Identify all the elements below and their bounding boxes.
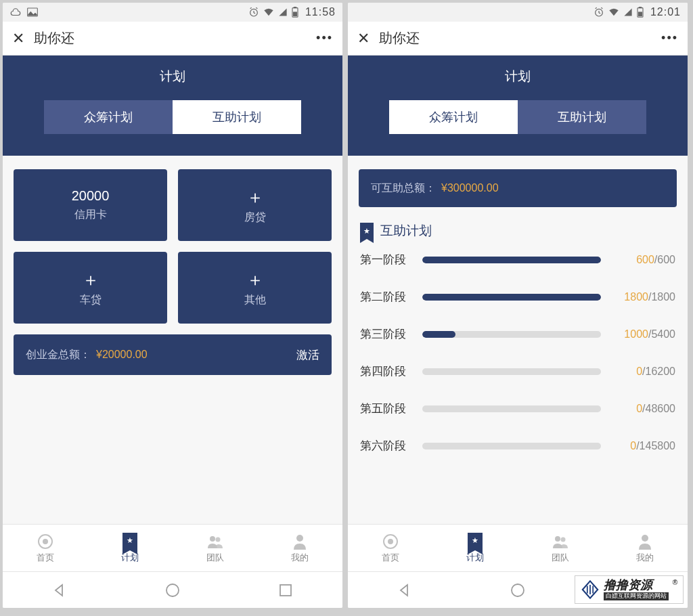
back-icon[interactable] [397,582,413,598]
alarm-icon [594,7,604,18]
nav-label: 我的 [291,552,309,564]
header-title: 计划 [505,68,531,85]
close-icon[interactable]: ✕ [12,30,24,47]
status-time: 11:58 [305,6,336,18]
stage-row: 第四阶段0/16200 [359,364,677,379]
phone-left: 11:58 ✕ 助你还 ••• 计划 众筹计划 互助计划 20000 信用卡 ＋… [3,3,342,608]
summary-label: 创业金总额： [26,348,91,362]
card-car[interactable]: ＋ 车贷 [14,252,167,324]
alarm-icon [248,7,259,18]
stage-value: 0/145800 [610,440,675,452]
stage-value: 1800/1800 [610,291,675,303]
status-bar: 12:01 [348,3,688,22]
nav-label: 团队 [206,552,224,564]
battery-icon [637,7,644,18]
more-icon[interactable]: ••• [661,31,678,45]
card-credit[interactable]: 20000 信用卡 [14,169,167,241]
nav-home[interactable]: 首页 [3,525,88,571]
stage-label: 第五阶段 [360,401,413,416]
app-title: 助你还 [34,29,74,47]
nav-team[interactable]: 团队 [173,525,258,571]
nav-label: 团队 [552,552,569,564]
flag-icon: ★ [466,533,484,550]
phone-right: 12:01 ✕ 助你还 ••• 计划 众筹计划 互助计划 可互助总额： ¥300… [348,3,688,608]
nav-plan[interactable]: ★ 计划 [433,525,518,571]
status-right: 12:01 [594,6,681,18]
status-time: 12:01 [650,6,681,18]
tab-mutual[interactable]: 互助计划 [173,100,301,134]
more-icon[interactable]: ••• [316,31,333,45]
svg-point-18 [555,536,560,542]
tab-mutual[interactable]: 互助计划 [518,100,646,134]
wifi-icon [263,7,274,17]
info-value: ¥300000.00 [441,182,499,194]
svg-rect-3 [294,7,296,8]
watermark: 撸撸资源 白嫖互联网资源的网站 ® [575,575,684,604]
nav-plan[interactable]: ★ 计划 [88,525,173,571]
home-icon[interactable] [510,582,526,598]
card-label: 车贷 [80,293,102,307]
svg-point-17 [388,539,393,544]
nav-mine[interactable]: 我的 [603,525,688,571]
nav-label: 首页 [37,552,54,564]
tab-header: 计划 众筹计划 互助计划 [348,56,688,156]
bottom-nav: 首页 ★ 计划 团队 我的 [348,524,688,571]
stage-label: 第三阶段 [360,326,413,342]
battery-icon [292,7,298,18]
nav-label: 首页 [382,552,399,564]
system-nav [3,571,342,608]
home-icon[interactable] [164,582,181,598]
section-header: ★ 互助计划 [360,222,675,240]
stage-label: 第四阶段 [360,364,413,379]
stage-row: 第五阶段0/48600 [359,401,677,416]
svg-point-9 [296,535,303,542]
app-header: ✕ 助你还 ••• [3,22,342,56]
flag-icon: ★ [360,223,374,239]
svg-point-6 [43,539,48,544]
person-icon [636,533,654,550]
svg-point-21 [512,584,524,596]
watermark-title: 撸撸资源 [604,579,669,592]
nav-team[interactable]: 团队 [518,525,603,571]
back-icon[interactable] [51,582,68,598]
status-bar: 11:58 [3,3,342,22]
close-icon[interactable]: ✕ [357,30,370,47]
content-area: 20000 信用卡 ＋ 房贷 ＋ 车贷 ＋ 其他 创业金总额： ¥20000.0… [3,156,342,524]
status-left [9,7,38,17]
progress-bar [422,368,601,375]
stage-row: 第一阶段600/600 [359,252,677,267]
tab-crowdfunding[interactable]: 众筹计划 [44,100,173,134]
stage-label: 第二阶段 [360,289,413,305]
svg-rect-4 [294,12,297,16]
svg-point-10 [166,584,179,596]
tab-switch: 众筹计划 互助计划 [44,100,301,134]
flag-icon: ★ [121,533,139,550]
content-area: 可互助总额： ¥300000.00 ★ 互助计划 第一阶段600/600第二阶段… [348,156,688,524]
nav-home[interactable]: 首页 [348,525,433,571]
card-mortgage[interactable]: ＋ 房贷 [178,169,332,241]
svg-point-7 [210,536,215,542]
recent-icon[interactable] [277,582,294,598]
app-title: 助你还 [379,29,420,47]
stage-row: 第三阶段1000/5400 [359,326,677,342]
card-label: 信用卡 [74,208,107,222]
bottom-nav: 首页 ★ 计划 团队 我的 [3,524,342,571]
plus-icon: ＋ [82,268,99,292]
tab-crowdfunding[interactable]: 众筹计划 [389,100,518,134]
signal-icon [623,7,633,17]
svg-point-19 [560,537,565,542]
card-label: 房贷 [244,211,266,225]
watermark-text: 撸撸资源 白嫖互联网资源的网站 [604,579,669,600]
info-label: 可互助总额： [371,181,436,196]
watermark-logo-icon [581,580,600,599]
nav-mine[interactable]: 我的 [258,525,343,571]
signal-icon [278,7,288,17]
card-grid: 20000 信用卡 ＋ 房贷 ＋ 车贷 ＋ 其他 [14,169,332,324]
card-other[interactable]: ＋ 其他 [178,252,332,324]
stage-value: 0/48600 [610,403,675,415]
coin-icon [37,533,54,550]
activate-button[interactable]: 激活 [296,347,319,363]
progress-bar [422,294,601,301]
svg-point-8 [215,537,220,542]
stage-value: 600/600 [610,254,675,266]
